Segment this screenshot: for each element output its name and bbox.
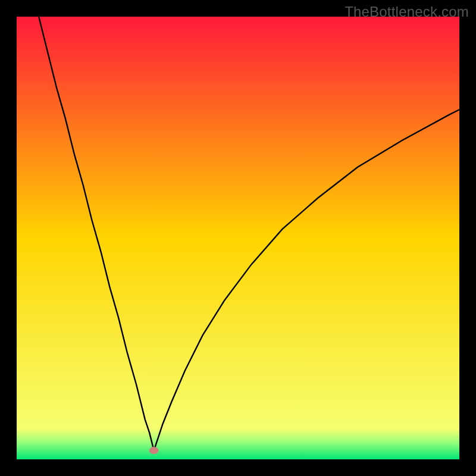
plot-area xyxy=(17,17,459,459)
chart-frame: TheBottleneck.com xyxy=(0,0,476,476)
gradient-background xyxy=(17,17,459,459)
bottleneck-chart xyxy=(17,17,459,459)
vertex-marker xyxy=(149,447,159,454)
